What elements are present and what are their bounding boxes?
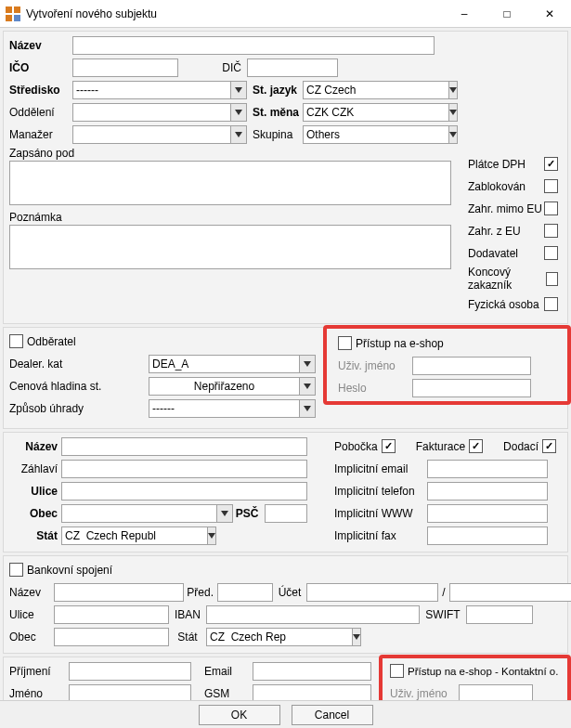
bank-ucet-label: Účet xyxy=(273,586,306,599)
pobocka-check[interactable] xyxy=(382,439,396,453)
platce-dph-check[interactable] xyxy=(544,157,558,171)
addr-ulice-input[interactable] xyxy=(61,482,307,500)
st-jazyk-value[interactable] xyxy=(303,81,448,99)
dodavatel-check[interactable] xyxy=(544,246,558,260)
bank-ulice-input[interactable] xyxy=(54,605,169,624)
bank-obec-input[interactable] xyxy=(54,628,169,646)
prijmeni-input[interactable] xyxy=(69,662,191,681)
zahr-mimo-eu-check[interactable] xyxy=(544,202,558,215)
imp-email-input[interactable] xyxy=(427,460,548,478)
bank-nazev-input[interactable] xyxy=(54,583,184,602)
chevron-down-icon[interactable] xyxy=(299,355,316,373)
poznamka-textarea[interactable] xyxy=(9,225,451,269)
poznamka-label: Poznámka xyxy=(9,211,451,224)
form-body: Název IČO DIČ Středisko St. jazyk Odděle… xyxy=(0,28,571,728)
chevron-down-icon[interactable] xyxy=(230,103,247,122)
zpusob-uhrady-combo[interactable] xyxy=(149,399,316,418)
bank-stat-label: Stát xyxy=(169,630,206,644)
dealer-kat-combo[interactable] xyxy=(149,355,316,373)
bank-obec-label: Obec xyxy=(9,630,54,644)
dealer-kat-value[interactable] xyxy=(149,355,299,373)
dodaci-check[interactable] xyxy=(542,439,556,453)
nazev-input[interactable] xyxy=(72,36,435,55)
chevron-down-icon[interactable] xyxy=(448,103,458,122)
st-jazyk-label: St. jazyk xyxy=(247,84,303,97)
manazer-value[interactable] xyxy=(72,125,230,144)
bank-swift-input[interactable] xyxy=(466,605,533,624)
fakturace-check[interactable] xyxy=(469,439,483,453)
chevron-down-icon[interactable] xyxy=(216,504,233,523)
st-mena-combo[interactable] xyxy=(303,103,431,122)
st-mena-value[interactable] xyxy=(303,103,448,122)
oddeleni-combo[interactable] xyxy=(72,103,247,122)
bank-pred-input[interactable] xyxy=(217,583,273,602)
addr-psc-input[interactable] xyxy=(265,504,307,523)
koncovy-check[interactable] xyxy=(546,272,558,286)
chevron-down-icon[interactable] xyxy=(352,628,361,646)
cancel-button[interactable]: Cancel xyxy=(292,705,373,725)
svg-rect-2 xyxy=(6,15,12,21)
chevron-down-icon[interactable] xyxy=(448,125,458,144)
imp-fax-input[interactable] xyxy=(427,526,548,545)
chevron-down-icon[interactable] xyxy=(230,81,247,99)
skupina-value[interactable] xyxy=(303,125,448,144)
zahr-z-eu-check[interactable] xyxy=(544,224,558,238)
chevron-down-icon[interactable] xyxy=(230,125,247,144)
stredisko-value[interactable] xyxy=(72,81,230,99)
bank-ucet-input[interactable] xyxy=(306,583,438,602)
bank-stat-value[interactable] xyxy=(206,628,352,646)
chevron-down-icon[interactable] xyxy=(299,377,316,396)
addr-zahlavi-input[interactable] xyxy=(61,460,307,478)
bank-stat-combo[interactable] xyxy=(206,628,319,646)
st-jazyk-combo[interactable] xyxy=(303,81,431,99)
stredisko-combo[interactable] xyxy=(72,81,247,99)
oddeleni-label: Oddělení xyxy=(9,106,72,119)
minimize-button[interactable]: – xyxy=(443,0,486,28)
ok-button[interactable]: OK xyxy=(199,705,280,725)
cenova-hladina-label: Cenová hladina st. xyxy=(9,380,110,393)
addr-stat-combo[interactable] xyxy=(61,526,160,545)
email-input[interactable] xyxy=(253,662,371,681)
oddeleni-value[interactable] xyxy=(72,103,230,122)
dealer-kat-label: Dealer. kat xyxy=(9,358,110,370)
eshop-uziv-input[interactable] xyxy=(412,357,531,375)
imp-tel-input[interactable] xyxy=(427,482,548,500)
close-button[interactable]: ✕ xyxy=(528,0,571,28)
bank-check[interactable] xyxy=(9,563,23,577)
chevron-down-icon[interactable] xyxy=(448,81,458,99)
bank-kod-value[interactable] xyxy=(449,583,571,602)
manazer-label: Manažer xyxy=(9,128,72,141)
addr-zahlavi-label: Záhlaví xyxy=(9,462,61,475)
addr-ulice-label: Ulice xyxy=(9,485,61,498)
cenova-hladina-value[interactable] xyxy=(149,377,299,396)
eshop-access-check[interactable] xyxy=(338,336,352,350)
addr-obec-combo[interactable] xyxy=(61,504,233,523)
chevron-down-icon[interactable] xyxy=(207,526,216,545)
cenova-hladina-combo[interactable] xyxy=(149,377,316,396)
maximize-button[interactable]: □ xyxy=(486,0,528,28)
panel-bank: Bankovní spojení Název Před. Účet / Ulic… xyxy=(3,555,568,654)
skupina-combo[interactable] xyxy=(303,125,431,144)
footer-bar: OK Cancel xyxy=(0,700,571,728)
ico-input[interactable] xyxy=(72,58,178,77)
fyzicka-label: Fyzická osoba xyxy=(468,298,539,311)
addr-obec-value[interactable] xyxy=(61,504,216,523)
addr-psc-label: PSČ xyxy=(233,507,265,520)
dic-input[interactable] xyxy=(247,58,338,77)
addr-stat-value[interactable] xyxy=(61,526,207,545)
odberatel-check[interactable] xyxy=(9,334,23,348)
zpusob-uhrady-value[interactable] xyxy=(149,399,299,418)
panel-address: Název Záhlaví Ulice Obec PSČ Stát Pobočk… xyxy=(3,432,568,552)
addr-nazev-input[interactable] xyxy=(61,437,307,456)
contact-eshop-check[interactable] xyxy=(390,664,404,678)
bank-kod-combo[interactable] xyxy=(449,583,533,602)
fakturace-label: Fakturace xyxy=(416,440,465,453)
chevron-down-icon[interactable] xyxy=(299,399,316,418)
fyzicka-check[interactable] xyxy=(544,297,558,311)
imp-www-input[interactable] xyxy=(427,504,548,523)
manazer-combo[interactable] xyxy=(72,125,247,144)
zablokovan-check[interactable] xyxy=(544,179,558,193)
bank-iban-input[interactable] xyxy=(206,605,420,624)
eshop-heslo-input[interactable] xyxy=(412,379,531,397)
zapsano-textarea[interactable] xyxy=(9,161,451,205)
